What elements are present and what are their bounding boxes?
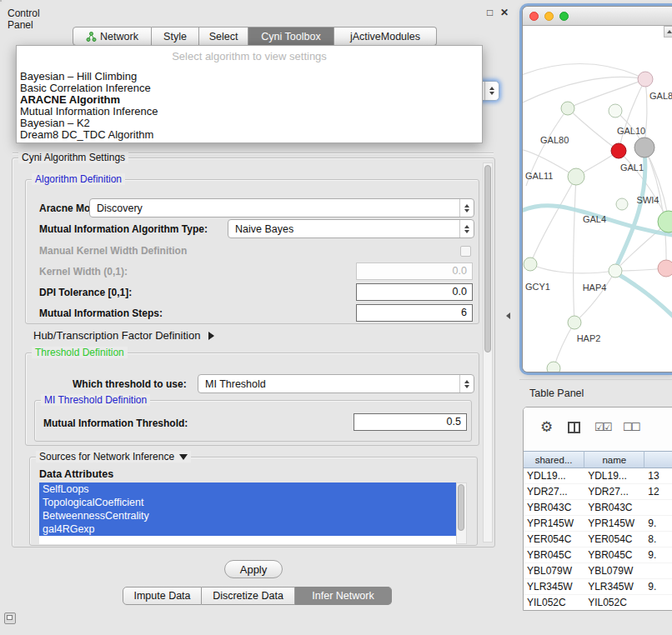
splitter-collapse-icon[interactable] [506,308,510,322]
node-hap4[interactable] [609,264,622,278]
table-row[interactable]: YBL079W YBL079W [524,563,672,579]
table-row[interactable]: YDL19... YDL19... 13 [524,468,672,484]
column-header-partial[interactable] [644,451,672,468]
node-gcy1[interactable] [524,258,537,271]
list-item-selected[interactable]: BetweennessCentrality [39,509,456,522]
zoom-traffic-light-icon[interactable] [559,12,569,21]
select-all-checkboxes-icon[interactable]: ☑☑ [594,421,610,433]
table-row[interactable]: YLR345W YLR345W 9. [524,579,672,595]
cell: YBL079W [584,563,644,578]
table-row[interactable]: YER054C YER054C 8. [524,532,672,548]
deselect-all-checkboxes-icon[interactable]: ☐☐ [623,421,639,433]
table-row[interactable]: YBR043C YBR043C [524,500,672,516]
dropdown-item[interactable]: Bayesian – K2 [17,118,482,129]
close-traffic-light-icon[interactable] [529,12,539,21]
dropdown-item-selected[interactable]: ARACNE Algorithm [17,94,482,106]
gear-icon[interactable]: ⚙ [540,418,553,436]
table-panel-title: Table Panel [529,388,584,399]
list-item-selected[interactable]: TopologicalCoefficient [39,496,456,509]
manual-kernel-checkbox[interactable] [460,246,471,257]
control-panel-tab-bar: Network Style Select Cyni Toolbox jActiv… [73,27,437,46]
dropdown-item[interactable]: Basic Correlation Inference [17,82,482,94]
cell [644,563,672,578]
settings-scrollbar-thumb[interactable] [484,165,491,352]
table-row[interactable]: YIL052C YIL052C [524,595,672,611]
panel-divider [519,379,672,380]
float-window-icon[interactable]: □ [487,7,493,18]
mi-type-select[interactable]: Naive Bayes [228,219,474,238]
apply-button[interactable]: Apply [224,560,283,578]
which-threshold-select[interactable]: MI Threshold [198,374,474,393]
mi-threshold-input[interactable]: 0.5 [354,413,467,431]
node-label: GCY1 [525,282,550,292]
dropdown-item[interactable]: Dream8 DC_TDC Algorithm [17,129,482,141]
node-label: GAL11 [525,171,553,181]
cell: YER054C [584,532,644,547]
node-gal80-a[interactable] [561,102,574,115]
table-header: shared... name [524,451,672,468]
column-header-name[interactable]: name [584,451,644,468]
node-label: GAL80 [540,135,569,145]
network-window-titlebar[interactable] [523,7,672,26]
table-row[interactable]: YDR27... YDR27... 12 [524,484,672,500]
dpi-tolerance-input[interactable]: 0.0 [356,283,473,301]
table-row[interactable]: YPR145W YPR145W 9. [524,516,672,532]
dpi-tolerance-label: DPI Tolerance [0,1]: [39,287,132,298]
tab-cyni-toolbox[interactable]: Cyni Toolbox [248,27,334,46]
aracne-mode-select[interactable]: Discovery [89,198,474,218]
node-label: GAL10 [617,126,645,136]
list-item-selected[interactable]: SelfLoops [39,482,456,496]
node-label: SWI4 [637,195,659,205]
node-gal1-red[interactable] [611,143,626,158]
tab-infer-network[interactable]: Infer Network [295,587,392,605]
cell: YDL19... [524,468,584,483]
list-item-selected[interactable]: gal4RGexp [39,522,456,536]
dropdown-item[interactable]: Mutual Information Inference [17,106,482,118]
settings-scrollbar[interactable] [483,162,493,542]
mi-steps-input[interactable]: 6 [356,304,473,322]
desktop: Control Panel □ ✕ Network Style Select [0,0,672,635]
node-gal10-gray[interactable] [634,138,654,158]
kernel-width-input[interactable]: 0.0 [356,262,473,280]
close-icon[interactable]: ✕ [500,7,509,18]
scroll-up-icon[interactable] [664,26,672,38]
cell: YBL079W [524,563,584,578]
threshold-definition-title: Threshold Definition [32,347,128,358]
node-bottom[interactable] [547,362,560,372]
table-row[interactable]: YBR045C YBR045C 9. [524,548,672,563]
columns-icon[interactable] [568,422,580,433]
tab-network[interactable]: Network [73,27,152,46]
aracne-mode-value: Discovery [90,202,459,214]
tab-impute-data[interactable]: Impute Data [123,587,202,605]
cell: YLR345W [584,579,644,594]
tab-style[interactable]: Style [152,27,199,46]
attributes-list-scrollbar[interactable] [456,482,467,544]
tab-jactivemodules[interactable]: jActiveModules [334,27,437,46]
node-hap2[interactable] [568,316,581,329]
node-pink-right[interactable] [658,260,672,277]
network-canvas[interactable]: GAL8 GAL80 GAL10 GAL1 GAL11 SWI4 GAL4 GC… [523,26,672,372]
node-gal11[interactable] [568,168,584,185]
node-mid[interactable] [616,198,628,210]
table-body: YDL19... YDL19... 13 YDR27... YDR27... 1… [524,468,672,611]
cell: YDR27... [524,484,584,499]
node-gal80-b[interactable] [609,104,622,118]
cell: YPR145W [524,516,584,531]
sources-group-title-row[interactable]: Sources for Network Inference [36,451,191,462]
which-threshold-label: Which threshold to use: [73,378,187,390]
column-header-shared-name[interactable]: shared... [524,451,584,468]
tab-select[interactable]: Select [199,27,248,46]
mi-threshold-group: MI Threshold Definition Mutual Informati… [34,400,472,442]
mi-type-label: Mutual Information Algorithm Type: [39,223,208,235]
hub-tf-section-toggle[interactable]: Hub/Transcription Factor Definition [33,329,214,342]
mi-type-value: Naive Bayes [228,223,459,235]
node-pink-top[interactable] [638,72,653,87]
minimize-traffic-light-icon[interactable] [544,12,554,21]
attributes-list-scrollbar-thumb[interactable] [458,484,464,531]
network-tab-icon [86,32,97,42]
minimized-panel-icon[interactable] [4,612,16,624]
dropdown-item[interactable]: Bayesian – Hill Climbing [17,71,482,82]
cell: YLR345W [524,579,584,594]
node-label: GAL4 [583,214,606,224]
tab-discretize-data[interactable]: Discretize Data [202,587,295,605]
